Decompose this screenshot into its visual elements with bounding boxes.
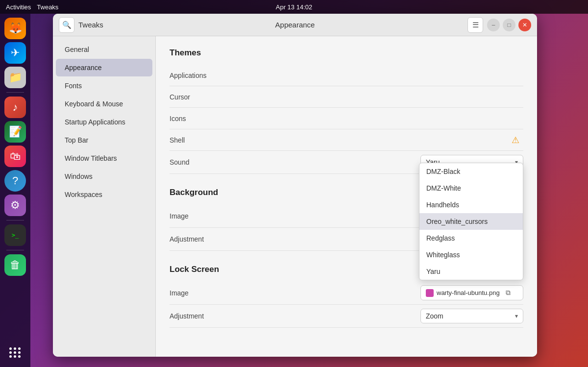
ls-adjustment-dropdown[interactable]: Zoom ▾ (420, 309, 523, 323)
cursor-option-dmz-black[interactable]: DMZ-Black (419, 163, 523, 180)
sidebar-item-fonts[interactable]: Fonts (56, 77, 152, 95)
warning-icon: ⚠ (512, 135, 519, 146)
sidebar: General Appearance Fonts Keyboard & Mous… (53, 36, 156, 357)
titlebar: 🔍 Tweaks ☰ Appearance – □ ✕ (53, 14, 537, 36)
icons-row: Icons (170, 108, 523, 129)
ls-image-file-icon (426, 289, 434, 297)
system-bar: Activities Tweaks Apr 13 14:02 (0, 0, 588, 14)
ls-image-filename: warty-final-ubuntu.png (437, 289, 500, 296)
firefox-icon[interactable]: 🦊 (4, 18, 26, 39)
taskbar-separator-2 (6, 220, 24, 220)
cursor-option-handhelds[interactable]: Handhelds (419, 196, 523, 213)
taskbar-separator-1 (6, 92, 24, 93)
close-button[interactable]: ✕ (518, 19, 531, 31)
cursor-option-oreo[interactable]: Oreo_white_cursors (419, 213, 523, 230)
appstore-icon[interactable]: 🛍 (4, 146, 26, 167)
applications-row: Applications (170, 65, 523, 86)
ls-adjustment-label: Adjustment (170, 312, 420, 320)
sidebar-item-window-titlebars[interactable]: Window Titlebars (56, 149, 152, 167)
ls-adjustment-arrow: ▾ (515, 313, 518, 319)
themes-section-title: Themes (170, 48, 523, 58)
ls-adjustment-control: Zoom ▾ (420, 309, 523, 323)
cursor-dropdown-popup: DMZ-Black DMZ-White Handhelds Oreo_white… (419, 163, 523, 280)
window-content: General Appearance Fonts Keyboard & Mous… (53, 36, 537, 357)
shell-row: Shell ⚠ (170, 129, 523, 151)
icons-label: Icons (170, 115, 523, 122)
sidebar-item-startup-apps[interactable]: Startup Applications (56, 113, 152, 131)
minimize-button[interactable]: – (487, 19, 500, 31)
sidebar-item-appearance[interactable]: Appearance (56, 59, 152, 76)
sound-label: Sound (170, 158, 420, 166)
help-icon[interactable]: ? (4, 170, 26, 192)
maximize-button[interactable]: □ (503, 19, 515, 31)
window-title: Appearance (275, 21, 315, 29)
thunderbird-icon[interactable]: ✈ (4, 42, 26, 64)
ls-image-picker[interactable]: warty-final-ubuntu.png ⧉ (420, 285, 523, 300)
bg-image-label: Image (170, 212, 420, 220)
menu-button[interactable]: ☰ (467, 17, 483, 33)
cursor-option-dmz-white[interactable]: DMZ-White (419, 180, 523, 196)
system-clock: Apr 13 14:02 (276, 3, 312, 11)
main-panel: Themes Applications Cursor Icons (156, 36, 537, 357)
ls-adjustment-row: Adjustment Zoom ▾ (170, 305, 523, 328)
files-icon[interactable]: 📁 (4, 67, 26, 88)
search-button[interactable]: 🔍 (59, 17, 74, 33)
libreoffice-icon[interactable]: 📝 (4, 121, 26, 143)
ls-image-label: Image (170, 289, 420, 297)
terminal-icon[interactable]: >_ (4, 224, 26, 246)
tweaks-icon[interactable]: ⚙ (4, 195, 26, 216)
taskbar-separator-3 (6, 250, 24, 250)
taskbar: 🦊 ✈ 📁 ♪ 📝 🛍 ? ⚙ >_ 🗑 (0, 14, 30, 367)
sidebar-item-workspaces[interactable]: Workspaces (56, 186, 152, 203)
applications-label: Applications (170, 72, 523, 79)
cursor-row: Cursor (170, 86, 523, 108)
sidebar-item-top-bar[interactable]: Top Bar (56, 131, 152, 149)
ls-image-row: Image warty-final-ubuntu.png ⧉ (170, 281, 523, 305)
rhythmbox-icon[interactable]: ♪ (4, 97, 26, 118)
ls-image-copy-button[interactable]: ⧉ (506, 289, 511, 297)
activities-button[interactable]: Activities (6, 3, 31, 11)
trash-icon[interactable]: 🗑 (4, 254, 26, 276)
sidebar-item-general[interactable]: General (56, 41, 152, 58)
cursor-option-whiteglass[interactable]: Whiteglass (419, 246, 523, 263)
app-indicator: Tweaks (37, 3, 58, 11)
shell-control: ⚠ (512, 135, 523, 146)
sidebar-item-keyboard-mouse[interactable]: Keyboard & Mouse (56, 95, 152, 113)
show-apps-button[interactable] (4, 342, 26, 363)
app-name-label: Tweaks (78, 21, 464, 29)
tweaks-window: 🔍 Tweaks ☰ Appearance – □ ✕ General Appe… (53, 14, 537, 357)
bg-adjustment-label: Adjustment (170, 235, 420, 243)
cursor-option-redglass[interactable]: Redglass (419, 230, 523, 246)
cursor-label: Cursor (170, 93, 523, 101)
window-controls: – □ ✕ (487, 19, 531, 31)
ls-image-control: warty-final-ubuntu.png ⧉ (420, 285, 523, 300)
sidebar-item-windows[interactable]: Windows (56, 168, 152, 185)
cursor-option-yaru[interactable]: Yaru (419, 263, 523, 280)
shell-label: Shell (170, 136, 512, 144)
